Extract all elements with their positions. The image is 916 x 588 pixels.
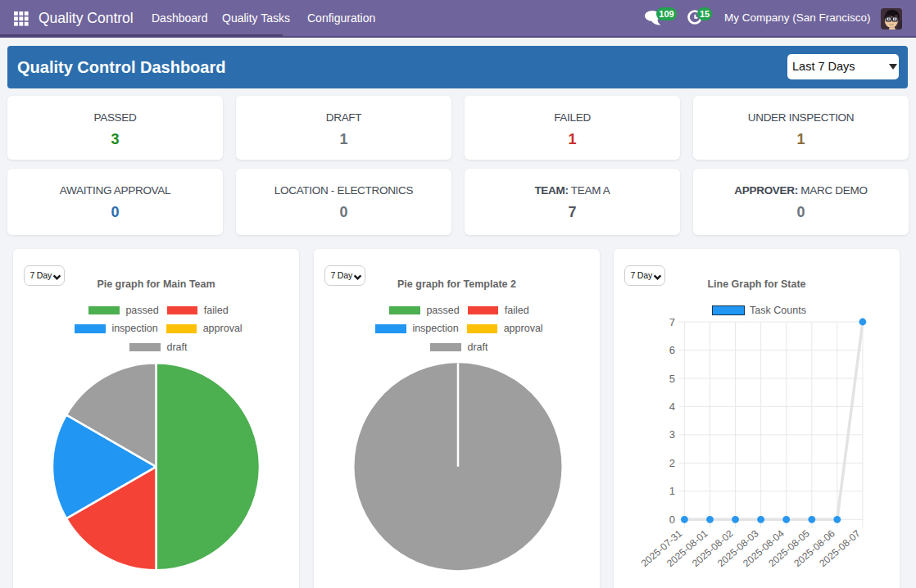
svg-text:3: 3 [669, 428, 675, 441]
svg-text:2: 2 [669, 457, 675, 469]
svg-text:5: 5 [669, 373, 675, 385]
svg-text:0: 0 [669, 513, 675, 526]
svg-text:1: 1 [669, 485, 675, 497]
svg-text:6: 6 [669, 344, 675, 356]
svg-text:7: 7 [669, 316, 675, 328]
svg-text:4: 4 [669, 400, 675, 413]
